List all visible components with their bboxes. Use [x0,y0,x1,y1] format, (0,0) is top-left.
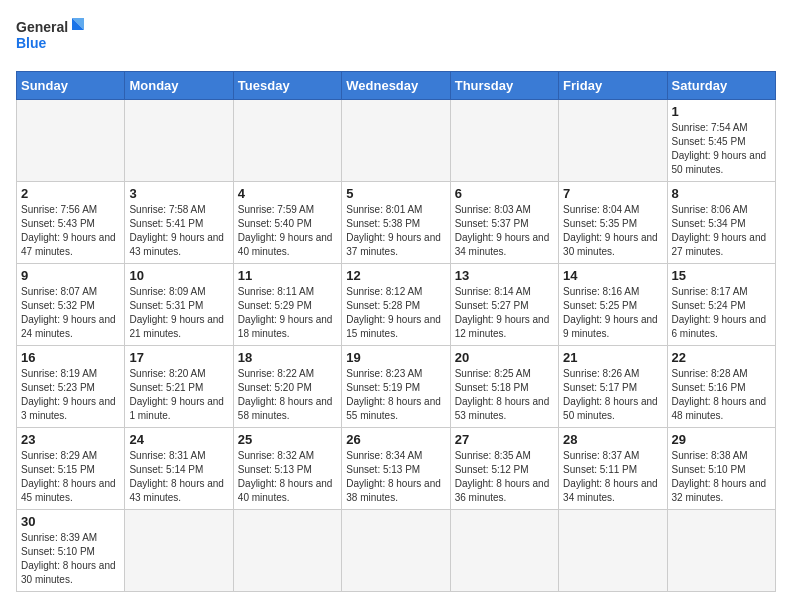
day-number: 25 [238,432,337,447]
day-number: 13 [455,268,554,283]
calendar-cell [667,510,775,592]
calendar-cell [559,510,667,592]
svg-text:General: General [16,19,68,35]
calendar-cell: 7Sunrise: 8:04 AM Sunset: 5:35 PM Daylig… [559,182,667,264]
calendar-cell: 9Sunrise: 8:07 AM Sunset: 5:32 PM Daylig… [17,264,125,346]
calendar-cell [450,510,558,592]
day-info: Sunrise: 8:35 AM Sunset: 5:12 PM Dayligh… [455,449,554,505]
day-number: 12 [346,268,445,283]
day-number: 11 [238,268,337,283]
day-header-monday: Monday [125,72,233,100]
day-number: 22 [672,350,771,365]
week-row-6: 30Sunrise: 8:39 AM Sunset: 5:10 PM Dayli… [17,510,776,592]
day-info: Sunrise: 7:59 AM Sunset: 5:40 PM Dayligh… [238,203,337,259]
calendar-cell [342,510,450,592]
calendar-cell: 16Sunrise: 8:19 AM Sunset: 5:23 PM Dayli… [17,346,125,428]
day-number: 30 [21,514,120,529]
week-row-4: 16Sunrise: 8:19 AM Sunset: 5:23 PM Dayli… [17,346,776,428]
day-info: Sunrise: 8:22 AM Sunset: 5:20 PM Dayligh… [238,367,337,423]
calendar-cell [450,100,558,182]
day-info: Sunrise: 8:12 AM Sunset: 5:28 PM Dayligh… [346,285,445,341]
day-number: 4 [238,186,337,201]
logo: General Blue [16,16,86,61]
day-info: Sunrise: 8:17 AM Sunset: 5:24 PM Dayligh… [672,285,771,341]
day-number: 2 [21,186,120,201]
calendar-cell: 3Sunrise: 7:58 AM Sunset: 5:41 PM Daylig… [125,182,233,264]
day-info: Sunrise: 8:06 AM Sunset: 5:34 PM Dayligh… [672,203,771,259]
day-number: 9 [21,268,120,283]
day-number: 17 [129,350,228,365]
day-info: Sunrise: 8:09 AM Sunset: 5:31 PM Dayligh… [129,285,228,341]
calendar-cell: 20Sunrise: 8:25 AM Sunset: 5:18 PM Dayli… [450,346,558,428]
calendar-cell: 24Sunrise: 8:31 AM Sunset: 5:14 PM Dayli… [125,428,233,510]
week-row-2: 2Sunrise: 7:56 AM Sunset: 5:43 PM Daylig… [17,182,776,264]
day-number: 19 [346,350,445,365]
day-number: 18 [238,350,337,365]
day-info: Sunrise: 8:26 AM Sunset: 5:17 PM Dayligh… [563,367,662,423]
day-number: 27 [455,432,554,447]
day-info: Sunrise: 8:39 AM Sunset: 5:10 PM Dayligh… [21,531,120,587]
day-info: Sunrise: 8:25 AM Sunset: 5:18 PM Dayligh… [455,367,554,423]
calendar-cell: 17Sunrise: 8:20 AM Sunset: 5:21 PM Dayli… [125,346,233,428]
calendar-cell [125,100,233,182]
day-number: 6 [455,186,554,201]
calendar-cell: 2Sunrise: 7:56 AM Sunset: 5:43 PM Daylig… [17,182,125,264]
day-number: 29 [672,432,771,447]
day-number: 15 [672,268,771,283]
day-info: Sunrise: 7:58 AM Sunset: 5:41 PM Dayligh… [129,203,228,259]
day-header-friday: Friday [559,72,667,100]
day-info: Sunrise: 8:23 AM Sunset: 5:19 PM Dayligh… [346,367,445,423]
day-info: Sunrise: 8:19 AM Sunset: 5:23 PM Dayligh… [21,367,120,423]
day-info: Sunrise: 8:38 AM Sunset: 5:10 PM Dayligh… [672,449,771,505]
day-number: 8 [672,186,771,201]
day-info: Sunrise: 8:16 AM Sunset: 5:25 PM Dayligh… [563,285,662,341]
day-number: 26 [346,432,445,447]
svg-text:Blue: Blue [16,35,47,51]
calendar-cell: 6Sunrise: 8:03 AM Sunset: 5:37 PM Daylig… [450,182,558,264]
day-header-thursday: Thursday [450,72,558,100]
calendar-cell: 30Sunrise: 8:39 AM Sunset: 5:10 PM Dayli… [17,510,125,592]
day-number: 16 [21,350,120,365]
day-number: 24 [129,432,228,447]
day-info: Sunrise: 8:01 AM Sunset: 5:38 PM Dayligh… [346,203,445,259]
calendar-cell: 10Sunrise: 8:09 AM Sunset: 5:31 PM Dayli… [125,264,233,346]
calendar-cell [559,100,667,182]
calendar-cell: 8Sunrise: 8:06 AM Sunset: 5:34 PM Daylig… [667,182,775,264]
day-info: Sunrise: 8:29 AM Sunset: 5:15 PM Dayligh… [21,449,120,505]
day-info: Sunrise: 8:04 AM Sunset: 5:35 PM Dayligh… [563,203,662,259]
calendar-cell: 12Sunrise: 8:12 AM Sunset: 5:28 PM Dayli… [342,264,450,346]
day-header-wednesday: Wednesday [342,72,450,100]
day-info: Sunrise: 8:37 AM Sunset: 5:11 PM Dayligh… [563,449,662,505]
calendar-cell: 14Sunrise: 8:16 AM Sunset: 5:25 PM Dayli… [559,264,667,346]
calendar-cell: 22Sunrise: 8:28 AM Sunset: 5:16 PM Dayli… [667,346,775,428]
calendar-cell: 18Sunrise: 8:22 AM Sunset: 5:20 PM Dayli… [233,346,341,428]
calendar-cell: 1Sunrise: 7:54 AM Sunset: 5:45 PM Daylig… [667,100,775,182]
calendar-cell: 29Sunrise: 8:38 AM Sunset: 5:10 PM Dayli… [667,428,775,510]
day-info: Sunrise: 8:32 AM Sunset: 5:13 PM Dayligh… [238,449,337,505]
week-row-5: 23Sunrise: 8:29 AM Sunset: 5:15 PM Dayli… [17,428,776,510]
calendar-cell: 13Sunrise: 8:14 AM Sunset: 5:27 PM Dayli… [450,264,558,346]
day-info: Sunrise: 8:20 AM Sunset: 5:21 PM Dayligh… [129,367,228,423]
day-number: 28 [563,432,662,447]
calendar-cell: 11Sunrise: 8:11 AM Sunset: 5:29 PM Dayli… [233,264,341,346]
calendar-cell: 28Sunrise: 8:37 AM Sunset: 5:11 PM Dayli… [559,428,667,510]
week-row-3: 9Sunrise: 8:07 AM Sunset: 5:32 PM Daylig… [17,264,776,346]
day-header-tuesday: Tuesday [233,72,341,100]
calendar-table: SundayMondayTuesdayWednesdayThursdayFrid… [16,71,776,592]
day-number: 5 [346,186,445,201]
header: General Blue [16,16,776,61]
day-number: 7 [563,186,662,201]
calendar-cell [342,100,450,182]
calendar-cell: 27Sunrise: 8:35 AM Sunset: 5:12 PM Dayli… [450,428,558,510]
calendar-cell: 25Sunrise: 8:32 AM Sunset: 5:13 PM Dayli… [233,428,341,510]
day-number: 20 [455,350,554,365]
week-row-1: 1Sunrise: 7:54 AM Sunset: 5:45 PM Daylig… [17,100,776,182]
day-info: Sunrise: 8:34 AM Sunset: 5:13 PM Dayligh… [346,449,445,505]
day-number: 23 [21,432,120,447]
calendar-cell: 19Sunrise: 8:23 AM Sunset: 5:19 PM Dayli… [342,346,450,428]
day-info: Sunrise: 8:07 AM Sunset: 5:32 PM Dayligh… [21,285,120,341]
calendar-cell: 4Sunrise: 7:59 AM Sunset: 5:40 PM Daylig… [233,182,341,264]
day-number: 3 [129,186,228,201]
calendar-cell: 21Sunrise: 8:26 AM Sunset: 5:17 PM Dayli… [559,346,667,428]
calendar-cell: 26Sunrise: 8:34 AM Sunset: 5:13 PM Dayli… [342,428,450,510]
